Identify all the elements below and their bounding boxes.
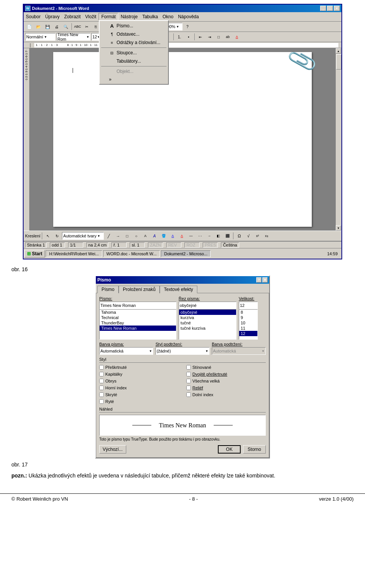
cb-vsechna-input[interactable] [186, 379, 191, 383]
preview-btn[interactable]: 🔍 [62, 22, 70, 31]
rez-obycejne[interactable]: obyčejné [179, 310, 236, 315]
rez-listbox[interactable]: obyčejné kurzíva tučné tučné kurzíva [179, 309, 236, 340]
menu-napoveda[interactable]: Nápověda [176, 13, 201, 20]
bullets-btn[interactable]: • [184, 33, 193, 41]
taskbar-item-2[interactable]: WORD.doc - Microsoft W... [103, 250, 160, 257]
menu-vlozit[interactable]: Vložit [83, 13, 98, 20]
arrow-style-btn[interactable]: → [205, 232, 213, 240]
sqrt-btn[interactable]: √ [244, 232, 252, 240]
maximize-btn[interactable]: □ [327, 6, 333, 11]
font-thunderbay[interactable]: ThunderBay [100, 320, 176, 326]
close-btn[interactable]: ✕ [334, 6, 340, 11]
format-tabulatory[interactable]: Tabulátory... [100, 57, 168, 65]
menu-nastroje[interactable]: Nástroje [118, 13, 140, 20]
spell-btn[interactable]: ABC [73, 22, 82, 31]
fill-color-btn[interactable]: 🪣 [159, 232, 168, 240]
pismo-input[interactable] [99, 302, 176, 309]
cb-dvojite-input[interactable] [186, 372, 191, 376]
dash-style-btn[interactable]: - - [196, 232, 204, 240]
pismo-listbox[interactable]: Tahoma Technical ThunderBay Times New Ro… [99, 309, 176, 340]
outside-border-btn[interactable]: □ [214, 33, 223, 41]
cb-horni-input[interactable] [99, 386, 104, 390]
rotate-btn[interactable]: ↻ [53, 232, 61, 240]
arrow-btn[interactable]: → [114, 232, 122, 240]
open-btn[interactable]: 📂 [34, 22, 43, 31]
cb-stinovane-input[interactable] [186, 365, 191, 370]
size-listbox[interactable]: 8 9 10 11 12 [239, 309, 258, 340]
styl-podtrzeni-select[interactable]: (žádné) ▼ [156, 347, 209, 355]
size-10[interactable]: 10 [239, 320, 257, 326]
highlight-btn[interactable]: ab [224, 33, 232, 41]
size-8[interactable]: 8 [239, 310, 257, 315]
scroll-down-btn[interactable]: ▼ [336, 225, 341, 231]
menu-tabulka[interactable]: Tabulka [140, 13, 160, 20]
menu-zobrazit[interactable]: Zobrazit [62, 13, 83, 20]
dialog-help-btn[interactable]: ? [256, 277, 262, 283]
size-input[interactable] [239, 302, 258, 309]
taskbar-item-3[interactable]: Dokument2 - Microso... [161, 250, 211, 257]
cut-btn[interactable]: ✂ [83, 22, 91, 31]
cb-dolni-input[interactable] [186, 392, 191, 397]
cb-relief-input[interactable] [186, 386, 191, 390]
vychozi-btn[interactable]: Výchozí... [99, 445, 126, 454]
tab-prolozeni[interactable]: Proložení znaků [119, 286, 160, 293]
cb-kapitalky-input[interactable] [99, 372, 104, 376]
taskbar-item-1[interactable]: H:\WeinlichR\Robert Wei... [46, 250, 102, 257]
menu-okno[interactable]: Okno [160, 13, 176, 20]
menu-format[interactable]: Formát A Písmo... ¶ Odstavec... ≡ Odrážk… [98, 13, 118, 21]
storno-btn[interactable]: Storno [243, 445, 266, 454]
font-combo[interactable]: Times New Rom ▼ [56, 33, 90, 41]
scroll-thumb[interactable] [336, 54, 341, 70]
wordart-btn[interactable]: A [150, 232, 159, 240]
omega-btn[interactable]: Ω [235, 232, 243, 240]
cb-obrys-input[interactable] [99, 379, 104, 383]
menu-soubor[interactable]: Soubor [24, 13, 43, 20]
font-technical[interactable]: Technical [100, 315, 176, 320]
dialog-close-btn[interactable]: ✕ [262, 277, 268, 283]
rez-tucne-kurziva[interactable]: tučné kurzíva [179, 326, 236, 331]
tab-pismo[interactable]: Písmo [97, 286, 119, 293]
cb-ryte-input[interactable] [99, 399, 104, 404]
new-btn[interactable]: 📄 [25, 22, 33, 31]
ok-btn[interactable]: OK [218, 445, 241, 454]
indent-dec-btn[interactable]: ⇤ [196, 33, 205, 41]
font-tahoma[interactable]: Tahoma [100, 310, 176, 315]
rez-tucne[interactable]: tučné [179, 320, 236, 326]
format-odrazky[interactable]: ≡ Odrážky a číslování... [100, 38, 168, 47]
numbering-btn[interactable]: 1. [175, 33, 184, 41]
minimize-btn[interactable]: _ [320, 6, 326, 11]
cb-skryte-input[interactable] [99, 392, 104, 397]
print-btn[interactable]: 🖨 [52, 22, 61, 31]
format-pismo[interactable]: A Písmo... [100, 22, 168, 30]
format-odstavec[interactable]: ¶ Odstavec... [100, 30, 168, 38]
format-sloupce[interactable]: ⊟ Sloupce... [100, 49, 168, 57]
help-btn[interactable]: ? [183, 22, 192, 31]
oval-btn[interactable]: ○ [132, 232, 140, 240]
line-btn[interactable]: ╱ [105, 232, 113, 240]
cb-preskrtnute-input[interactable] [99, 365, 104, 370]
size-11[interactable]: 11 [239, 326, 257, 331]
font-times[interactable]: Times New Roman [100, 326, 176, 331]
rez-kurziva[interactable]: kurzíva [179, 315, 236, 320]
line-style-btn[interactable]: — [187, 232, 195, 240]
superscript-btn[interactable]: x² [253, 232, 262, 240]
size-12[interactable]: 12 [239, 331, 257, 336]
style-combo[interactable]: Normální ▼ [25, 33, 56, 41]
autoshapes-combo[interactable]: Automatické tvary ▼ [62, 232, 104, 240]
font-color-btn[interactable]: A [233, 33, 241, 41]
save-btn[interactable]: 💾 [43, 22, 52, 31]
shadow-btn[interactable]: ◧ [214, 232, 222, 240]
scroll-up-btn[interactable]: ▲ [336, 48, 341, 54]
rez-input[interactable] [179, 302, 236, 309]
textbox-btn[interactable]: A [141, 232, 149, 240]
subscript-btn[interactable]: x₂ [262, 232, 271, 240]
select-btn[interactable]: ↖ [44, 232, 52, 240]
size-9[interactable]: 9 [239, 315, 257, 320]
tab-textove[interactable]: Textové efekty [160, 286, 197, 293]
indent-inc-btn[interactable]: ⇥ [205, 33, 214, 41]
3d-btn[interactable]: ⬛ [223, 232, 232, 240]
font-color2-btn[interactable]: A [178, 232, 186, 240]
rect-btn[interactable]: □ [123, 232, 131, 240]
line-color-btn[interactable]: A [168, 232, 177, 240]
format-more[interactable]: » [100, 76, 168, 83]
